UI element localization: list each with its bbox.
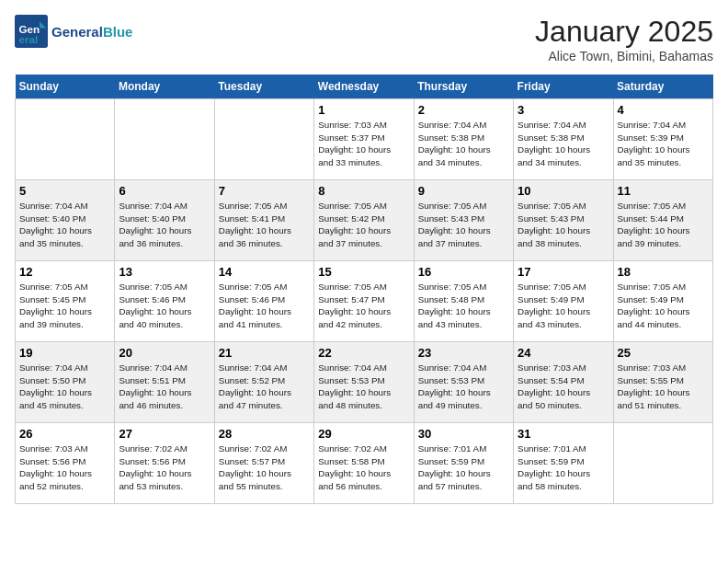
calendar-cell: 16Sunrise: 7:05 AM Sunset: 5:48 PM Dayli… [414, 261, 513, 342]
day-info: Sunrise: 7:04 AM Sunset: 5:52 PM Dayligh… [219, 362, 310, 412]
day-number: 16 [418, 265, 509, 279]
calendar-cell: 31Sunrise: 7:01 AM Sunset: 5:59 PM Dayli… [514, 423, 613, 504]
calendar-cell: 8Sunrise: 7:05 AM Sunset: 5:42 PM Daylig… [314, 180, 414, 261]
calendar-cell: 28Sunrise: 7:02 AM Sunset: 5:57 PM Dayli… [214, 423, 313, 504]
calendar-cell [16, 99, 115, 180]
calendar-cell: 3Sunrise: 7:04 AM Sunset: 5:38 PM Daylig… [514, 99, 613, 180]
col-header-saturday: Saturday [613, 75, 712, 99]
calendar-week-row: 1Sunrise: 7:03 AM Sunset: 5:37 PM Daylig… [16, 99, 713, 180]
calendar-cell: 2Sunrise: 7:04 AM Sunset: 5:38 PM Daylig… [414, 99, 513, 180]
day-number: 27 [119, 427, 210, 441]
day-info: Sunrise: 7:05 AM Sunset: 5:48 PM Dayligh… [418, 281, 509, 331]
calendar-cell: 4Sunrise: 7:04 AM Sunset: 5:39 PM Daylig… [613, 99, 712, 180]
day-info: Sunrise: 7:02 AM Sunset: 5:57 PM Dayligh… [219, 442, 310, 493]
logo: Gen eral GeneralBlue [15, 15, 132, 48]
day-number: 23 [418, 346, 509, 360]
logo-name: GeneralBlue [51, 24, 132, 40]
calendar-cell: 6Sunrise: 7:04 AM Sunset: 5:40 PM Daylig… [115, 180, 214, 261]
calendar-week-row: 12Sunrise: 7:05 AM Sunset: 5:45 PM Dayli… [16, 261, 713, 342]
day-info: Sunrise: 7:04 AM Sunset: 5:53 PM Dayligh… [418, 362, 509, 412]
day-info: Sunrise: 7:04 AM Sunset: 5:39 PM Dayligh… [618, 119, 709, 169]
day-number: 31 [518, 427, 609, 441]
day-number: 29 [318, 427, 409, 441]
day-number: 26 [19, 427, 110, 441]
location-subtitle: Alice Town, Bimini, Bahamas [535, 49, 713, 63]
day-number: 9 [418, 184, 509, 198]
day-info: Sunrise: 7:05 AM Sunset: 5:47 PM Dayligh… [318, 281, 409, 331]
calendar-header-row: SundayMondayTuesdayWednesdayThursdayFrid… [16, 75, 713, 99]
calendar-cell: 21Sunrise: 7:04 AM Sunset: 5:52 PM Dayli… [214, 342, 313, 423]
day-number: 3 [518, 103, 609, 117]
day-number: 2 [418, 103, 509, 117]
month-title: January 2025 [535, 15, 713, 49]
day-info: Sunrise: 7:05 AM Sunset: 5:44 PM Dayligh… [618, 200, 709, 250]
day-number: 22 [318, 346, 409, 360]
col-header-wednesday: Wednesday [314, 75, 414, 99]
calendar-cell: 1Sunrise: 7:03 AM Sunset: 5:37 PM Daylig… [314, 99, 414, 180]
calendar-cell: 7Sunrise: 7:05 AM Sunset: 5:41 PM Daylig… [214, 180, 313, 261]
calendar-week-row: 19Sunrise: 7:04 AM Sunset: 5:50 PM Dayli… [16, 342, 713, 423]
calendar-cell: 15Sunrise: 7:05 AM Sunset: 5:47 PM Dayli… [314, 261, 414, 342]
day-info: Sunrise: 7:02 AM Sunset: 5:56 PM Dayligh… [119, 442, 210, 493]
day-number: 15 [318, 265, 409, 279]
calendar-cell [115, 99, 214, 180]
day-number: 7 [219, 184, 310, 198]
day-number: 21 [219, 346, 310, 360]
calendar-cell: 29Sunrise: 7:02 AM Sunset: 5:58 PM Dayli… [314, 423, 414, 504]
day-number: 18 [618, 265, 709, 279]
calendar-week-row: 5Sunrise: 7:04 AM Sunset: 5:40 PM Daylig… [16, 180, 713, 261]
title-block: January 2025 Alice Town, Bimini, Bahamas [535, 15, 713, 63]
page-header: Gen eral GeneralBlue January 2025 Alice … [15, 15, 713, 63]
day-number: 12 [19, 265, 110, 279]
day-number: 17 [518, 265, 609, 279]
calendar-cell: 20Sunrise: 7:04 AM Sunset: 5:51 PM Dayli… [115, 342, 214, 423]
calendar-cell: 13Sunrise: 7:05 AM Sunset: 5:46 PM Dayli… [115, 261, 214, 342]
calendar-week-row: 26Sunrise: 7:03 AM Sunset: 5:56 PM Dayli… [16, 423, 713, 504]
day-info: Sunrise: 7:05 AM Sunset: 5:43 PM Dayligh… [418, 200, 509, 250]
day-number: 28 [219, 427, 310, 441]
svg-text:eral: eral [19, 33, 39, 45]
day-info: Sunrise: 7:04 AM Sunset: 5:40 PM Dayligh… [19, 200, 110, 250]
day-info: Sunrise: 7:03 AM Sunset: 5:55 PM Dayligh… [618, 362, 709, 412]
day-info: Sunrise: 7:04 AM Sunset: 5:40 PM Dayligh… [119, 200, 210, 250]
calendar-table: SundayMondayTuesdayWednesdayThursdayFrid… [15, 75, 713, 504]
logo-icon: Gen eral [15, 15, 48, 48]
day-number: 5 [19, 184, 110, 198]
day-info: Sunrise: 7:05 AM Sunset: 5:46 PM Dayligh… [219, 281, 310, 331]
day-info: Sunrise: 7:05 AM Sunset: 5:46 PM Dayligh… [119, 281, 210, 331]
day-info: Sunrise: 7:05 AM Sunset: 5:49 PM Dayligh… [618, 281, 709, 331]
calendar-cell: 24Sunrise: 7:03 AM Sunset: 5:54 PM Dayli… [514, 342, 613, 423]
calendar-cell [613, 423, 712, 504]
day-info: Sunrise: 7:04 AM Sunset: 5:38 PM Dayligh… [418, 119, 509, 169]
calendar-cell: 30Sunrise: 7:01 AM Sunset: 5:59 PM Dayli… [414, 423, 513, 504]
calendar-cell [214, 99, 313, 180]
day-number: 25 [618, 346, 709, 360]
calendar-cell: 18Sunrise: 7:05 AM Sunset: 5:49 PM Dayli… [613, 261, 712, 342]
day-info: Sunrise: 7:05 AM Sunset: 5:45 PM Dayligh… [19, 281, 110, 331]
day-info: Sunrise: 7:03 AM Sunset: 5:56 PM Dayligh… [19, 442, 110, 493]
calendar-cell: 27Sunrise: 7:02 AM Sunset: 5:56 PM Dayli… [115, 423, 214, 504]
day-number: 4 [618, 103, 709, 117]
day-info: Sunrise: 7:05 AM Sunset: 5:41 PM Dayligh… [219, 200, 310, 250]
calendar-cell: 5Sunrise: 7:04 AM Sunset: 5:40 PM Daylig… [16, 180, 115, 261]
calendar-cell: 26Sunrise: 7:03 AM Sunset: 5:56 PM Dayli… [16, 423, 115, 504]
col-header-sunday: Sunday [16, 75, 115, 99]
calendar-cell: 10Sunrise: 7:05 AM Sunset: 5:43 PM Dayli… [514, 180, 613, 261]
calendar-cell: 9Sunrise: 7:05 AM Sunset: 5:43 PM Daylig… [414, 180, 513, 261]
day-number: 24 [518, 346, 609, 360]
calendar-cell: 25Sunrise: 7:03 AM Sunset: 5:55 PM Dayli… [613, 342, 712, 423]
day-info: Sunrise: 7:03 AM Sunset: 5:37 PM Dayligh… [318, 119, 409, 169]
day-info: Sunrise: 7:01 AM Sunset: 5:59 PM Dayligh… [418, 442, 509, 493]
calendar-cell: 17Sunrise: 7:05 AM Sunset: 5:49 PM Dayli… [514, 261, 613, 342]
day-info: Sunrise: 7:04 AM Sunset: 5:53 PM Dayligh… [318, 362, 409, 412]
day-info: Sunrise: 7:04 AM Sunset: 5:50 PM Dayligh… [19, 362, 110, 412]
col-header-thursday: Thursday [414, 75, 513, 99]
day-number: 8 [318, 184, 409, 198]
day-info: Sunrise: 7:04 AM Sunset: 5:51 PM Dayligh… [119, 362, 210, 412]
day-number: 13 [119, 265, 210, 279]
day-number: 11 [618, 184, 709, 198]
day-number: 30 [418, 427, 509, 441]
day-number: 10 [518, 184, 609, 198]
calendar-cell: 19Sunrise: 7:04 AM Sunset: 5:50 PM Dayli… [16, 342, 115, 423]
day-info: Sunrise: 7:03 AM Sunset: 5:54 PM Dayligh… [518, 362, 609, 412]
